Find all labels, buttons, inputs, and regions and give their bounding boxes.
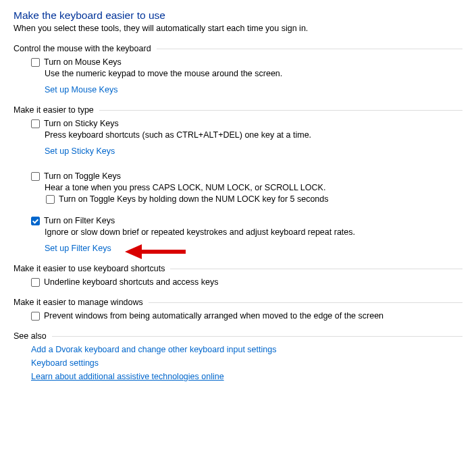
sticky-keys-desc: Press keyboard shortcuts (such as CTRL+A… bbox=[45, 130, 462, 140]
filter-keys-desc: Ignore or slow down brief or repeated ke… bbox=[45, 227, 462, 237]
group-windows: Make it easier to manage windows Prevent… bbox=[14, 298, 462, 321]
divider bbox=[170, 269, 462, 269]
underline-shortcuts-checkbox[interactable] bbox=[31, 278, 40, 287]
divider bbox=[99, 110, 462, 111]
mouse-keys-checkbox[interactable] bbox=[31, 58, 40, 67]
mouse-keys-desc: Use the numeric keypad to move the mouse… bbox=[45, 69, 462, 78]
filter-keys-label[interactable]: Turn on Filter Keys bbox=[44, 216, 115, 225]
prevent-arrange-label[interactable]: Prevent windows from being automatically… bbox=[44, 311, 384, 321]
group-header-windows: Make it easier to manage windows bbox=[14, 298, 149, 307]
group-shortcuts: Make it easier to use keyboard shortcuts… bbox=[14, 264, 462, 287]
assistive-tech-link[interactable]: Learn about additional assistive technol… bbox=[31, 372, 224, 381]
divider bbox=[52, 336, 462, 337]
prevent-arrange-checkbox[interactable] bbox=[31, 312, 40, 321]
keyboard-settings-link[interactable]: Keyboard settings bbox=[31, 358, 99, 368]
toggle-keys-hold-checkbox[interactable] bbox=[46, 195, 55, 204]
filter-keys-checkbox[interactable] bbox=[31, 217, 40, 225]
underline-shortcuts-label[interactable]: Underline keyboard shortcuts and access … bbox=[44, 277, 218, 287]
sticky-keys-label[interactable]: Turn on Sticky Keys bbox=[44, 119, 119, 128]
toggle-keys-checkbox[interactable] bbox=[31, 172, 40, 181]
toggle-keys-desc: Hear a tone when you press CAPS LOCK, NU… bbox=[45, 183, 462, 192]
divider bbox=[149, 302, 462, 303]
group-header-shortcuts: Make it easier to use keyboard shortcuts bbox=[14, 264, 170, 273]
group-header-mouse: Control the mouse with the keyboard bbox=[14, 44, 157, 53]
sticky-keys-checkbox[interactable] bbox=[31, 119, 40, 128]
divider bbox=[157, 49, 462, 49]
toggle-keys-hold-label[interactable]: Turn on Toggle Keys by holding down the … bbox=[59, 194, 329, 204]
toggle-keys-label[interactable]: Turn on Toggle Keys bbox=[44, 171, 121, 181]
page-title: Make the keyboard easier to use bbox=[14, 9, 462, 22]
setup-mouse-keys-link[interactable]: Set up Mouse Keys bbox=[45, 85, 117, 94]
group-see-also: See also Add a Dvorak keyboard and chang… bbox=[14, 331, 462, 381]
page-subtitle: When you select these tools, they will a… bbox=[14, 24, 462, 33]
group-header-see-also: See also bbox=[14, 331, 52, 341]
setup-sticky-keys-link[interactable]: Set up Sticky Keys bbox=[45, 146, 115, 156]
group-mouse-keyboard: Control the mouse with the keyboard Turn… bbox=[14, 44, 462, 94]
dvorak-link[interactable]: Add a Dvorak keyboard and change other k… bbox=[31, 345, 276, 354]
group-header-type: Make it easier to type bbox=[14, 105, 99, 115]
mouse-keys-label[interactable]: Turn on Mouse Keys bbox=[44, 57, 122, 67]
setup-filter-keys-link[interactable]: Set up Filter Keys bbox=[45, 244, 111, 253]
group-type: Make it easier to type Turn on Sticky Ke… bbox=[14, 105, 462, 253]
